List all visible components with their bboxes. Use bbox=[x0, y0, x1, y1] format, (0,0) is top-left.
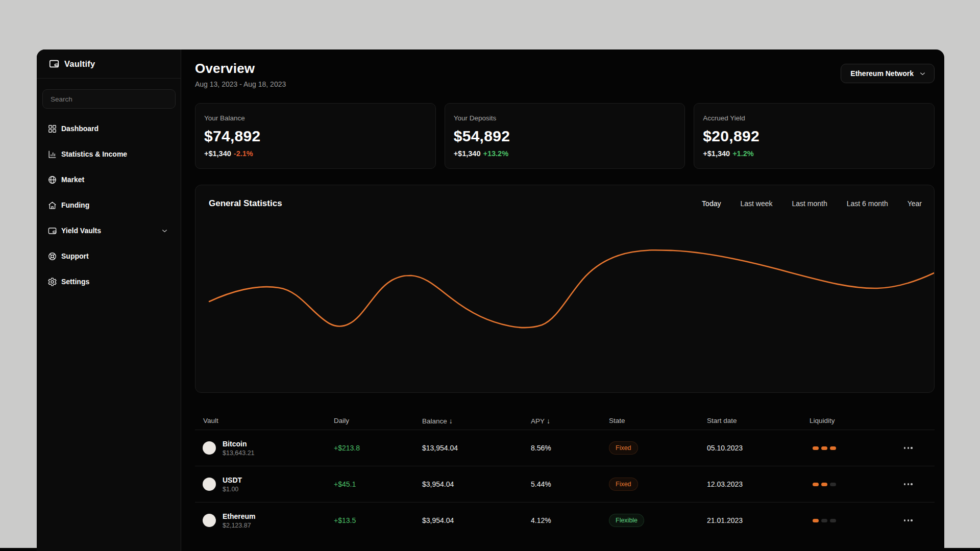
home-icon bbox=[47, 201, 57, 210]
stat-card-value: $54,892 bbox=[454, 128, 676, 145]
chevron-down-icon bbox=[161, 227, 168, 235]
sidebar-item-funding[interactable]: Funding bbox=[37, 192, 181, 218]
topbar: Overview Aug 13, 2023 - Aug 18, 2023 Eth… bbox=[195, 61, 935, 88]
start-date: 21.01.2023 bbox=[707, 516, 810, 524]
search-input[interactable] bbox=[42, 89, 176, 109]
chevron-down-icon bbox=[919, 70, 926, 78]
apy-value: 8.56% bbox=[531, 444, 609, 452]
sidebar-item-label: Funding bbox=[61, 201, 89, 209]
sidebar-item-settings[interactable]: Settings bbox=[37, 269, 181, 294]
row-actions-button[interactable] bbox=[896, 447, 935, 448]
daily-change: +$45.1 bbox=[334, 480, 422, 488]
balance-value: $3,954.04 bbox=[422, 480, 531, 488]
card-delta-pct-0: -2.1% bbox=[234, 149, 253, 158]
col-apy[interactable]: APY↓ bbox=[531, 417, 609, 425]
daily-change: +$13.5 bbox=[334, 516, 422, 524]
brand-name: Vaultify bbox=[64, 59, 95, 69]
sort-down-icon: ↓ bbox=[449, 417, 453, 425]
table-row-ethereum[interactable]: Ethereum $2,123.87 +$13.5 $3,954.04 4.12… bbox=[195, 502, 935, 538]
sidebar-item-label: Dashboard bbox=[61, 124, 99, 133]
app-window: Vaultify Dashboard Statistics & Income M… bbox=[37, 49, 944, 551]
line-chart bbox=[195, 185, 934, 392]
sidebar-item-dashboard[interactable]: Dashboard bbox=[37, 116, 181, 141]
col-state: State bbox=[609, 417, 707, 424]
vault-cell: USDT $1.00 bbox=[195, 476, 334, 493]
liquidity-indicator-2 bbox=[810, 519, 896, 522]
coin-avatar bbox=[203, 514, 216, 527]
col-daily: Daily bbox=[334, 417, 422, 424]
coin-avatar bbox=[203, 478, 216, 491]
bar-chart-icon bbox=[47, 149, 57, 159]
state-badge-0: Fixed bbox=[609, 441, 638, 455]
chart-line bbox=[209, 250, 934, 328]
wallet-icon bbox=[47, 226, 57, 236]
row-actions-button[interactable] bbox=[896, 519, 935, 521]
general-statistics-card: General Statistics Today Last week Last … bbox=[195, 185, 935, 393]
globe-icon bbox=[47, 175, 57, 185]
card-delta-pct-1: +13.2% bbox=[483, 149, 508, 158]
vault-cell: Ethereum $2,123.87 bbox=[195, 512, 334, 529]
dashboard-icon bbox=[47, 124, 57, 134]
vault-name: Bitcoin bbox=[223, 440, 255, 448]
vault-name: USDT bbox=[223, 476, 242, 484]
row-actions-button[interactable] bbox=[896, 483, 935, 485]
sidebar-item-label: Statistics & Income bbox=[61, 150, 127, 158]
vault-price: $2,123.87 bbox=[223, 522, 256, 529]
apy-value: 5.44% bbox=[531, 480, 609, 488]
daily-change: +$213.8 bbox=[334, 444, 422, 452]
lifebuoy-icon bbox=[47, 252, 57, 261]
stat-card-deposits: Your Deposits $54,892 +$1,340+13.2% bbox=[445, 103, 685, 169]
stat-card-value: $20,892 bbox=[703, 128, 925, 145]
stat-card-yield: Accrued Yield $20,892 +$1,340+1.2% bbox=[694, 103, 935, 169]
apy-value: 4.12% bbox=[531, 516, 609, 524]
balance-value: $13,954.04 bbox=[422, 444, 531, 452]
vaults-table: Vault Daily Balance↓ APY↓ State Start da… bbox=[195, 412, 935, 538]
sidebar-item-statistics[interactable]: Statistics & Income bbox=[37, 141, 181, 167]
table-header: Vault Daily Balance↓ APY↓ State Start da… bbox=[195, 412, 935, 430]
sidebar-item-label: Yield Vaults bbox=[61, 227, 101, 235]
sidebar-item-yield-vaults[interactable]: Yield Vaults bbox=[37, 218, 181, 243]
stat-card-label: Your Deposits bbox=[454, 114, 676, 122]
col-start-date: Start date bbox=[707, 417, 810, 424]
col-vault: Vault bbox=[195, 417, 334, 424]
card-delta-pct-2: +1.2% bbox=[732, 149, 754, 158]
sidebar-item-label: Market bbox=[61, 176, 84, 184]
stat-card-delta: +$1,340+1.2% bbox=[703, 149, 925, 158]
date-range: Aug 13, 2023 - Aug 18, 2023 bbox=[195, 80, 286, 88]
sidebar: Vaultify Dashboard Statistics & Income M… bbox=[37, 49, 181, 551]
table-row-bitcoin[interactable]: Bitcoin $13,643.21 +$213.8 $13,954.04 8.… bbox=[195, 430, 935, 466]
gear-icon bbox=[47, 277, 57, 287]
vault-cell: Bitcoin $13,643.21 bbox=[195, 440, 334, 457]
col-balance[interactable]: Balance↓ bbox=[422, 417, 531, 425]
network-selector-button[interactable]: Ethereum Network bbox=[841, 64, 935, 83]
wallet-logo-icon bbox=[48, 58, 60, 69]
vault-name: Ethereum bbox=[223, 512, 256, 520]
network-selector-label: Ethereum Network bbox=[850, 69, 914, 78]
balance-value: $3,954.04 bbox=[422, 516, 531, 524]
state-badge-1: Fixed bbox=[609, 478, 638, 491]
vault-price: $1.00 bbox=[223, 486, 242, 493]
coin-avatar bbox=[203, 441, 216, 455]
page-title: Overview bbox=[195, 61, 286, 77]
sidebar-item-label: Support bbox=[61, 252, 89, 260]
stat-card-delta: +$1,340+13.2% bbox=[454, 149, 676, 158]
sort-down-icon: ↓ bbox=[547, 417, 550, 425]
stat-card-value: $74,892 bbox=[204, 128, 426, 145]
stat-card-balance: Your Balance $74,892 +$1,340-2.1% bbox=[195, 103, 436, 169]
stat-card-delta: +$1,340-2.1% bbox=[204, 149, 426, 158]
liquidity-indicator-0 bbox=[810, 446, 896, 450]
sidebar-nav: Dashboard Statistics & Income Market Fun… bbox=[37, 116, 181, 294]
logo: Vaultify bbox=[37, 49, 181, 79]
state-badge-2: Flexible bbox=[609, 514, 644, 527]
stat-card-label: Your Balance bbox=[204, 114, 426, 122]
vault-price: $13,643.21 bbox=[223, 449, 255, 457]
start-date: 05.10.2023 bbox=[707, 444, 810, 452]
start-date: 12.03.2023 bbox=[707, 480, 810, 488]
sidebar-item-label: Settings bbox=[61, 278, 89, 286]
stat-card-label: Accrued Yield bbox=[703, 114, 925, 122]
sidebar-item-support[interactable]: Support bbox=[37, 243, 181, 269]
stat-cards: Your Balance $74,892 +$1,340-2.1% Your D… bbox=[195, 103, 935, 169]
table-row-usdt[interactable]: USDT $1.00 +$45.1 $3,954.04 5.44% Fixed … bbox=[195, 466, 935, 502]
sidebar-item-market[interactable]: Market bbox=[37, 167, 181, 192]
main-content: Overview Aug 13, 2023 - Aug 18, 2023 Eth… bbox=[181, 49, 944, 551]
